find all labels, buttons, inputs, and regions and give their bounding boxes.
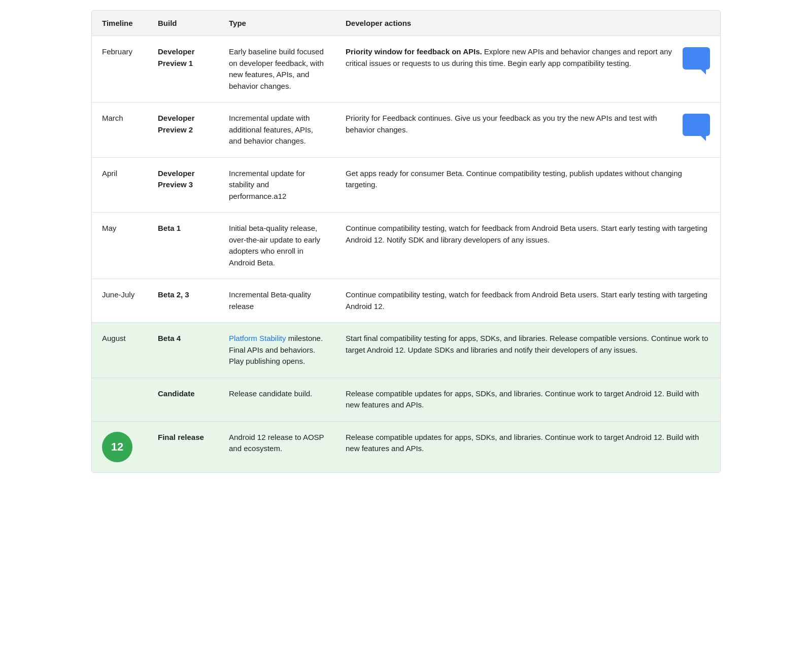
build-label: Beta 4 <box>158 334 181 342</box>
actions-container: Continue compatibility testing, watch fo… <box>346 289 710 312</box>
build-label: Beta 2, 3 <box>158 290 189 299</box>
cell-actions: Priority window for feedback on APIs. Ex… <box>335 36 720 102</box>
table-header-row: Timeline Build Type Developer actions <box>92 11 720 36</box>
build-label: Beta 1 <box>158 224 181 232</box>
actions-text: Continue compatibility testing, watch fo… <box>346 289 710 312</box>
table-row: MarchDeveloper Preview 2Incremental upda… <box>92 102 720 158</box>
cell-actions: Release compatible updates for apps, SDK… <box>335 378 720 421</box>
cell-build: Beta 4 <box>148 323 219 378</box>
table-row: AprilDeveloper Preview 3Incremental upda… <box>92 157 720 213</box>
cell-type: Early baseline build focused on develope… <box>219 36 335 102</box>
cell-timeline <box>92 378 148 421</box>
cell-actions: Priority for Feedback continues. Give us… <box>335 102 720 158</box>
table-row: FebruaryDeveloper Preview 1Early baselin… <box>92 36 720 102</box>
cell-actions: Release compatible updates for apps, SDK… <box>335 421 720 472</box>
cell-type: Android 12 release to AOSP and ecosystem… <box>219 421 335 472</box>
actions-text: Start final compatibility testing for ap… <box>346 333 710 356</box>
header-type: Type <box>219 11 335 36</box>
cell-build: Final release <box>148 421 219 472</box>
cell-build: Developer Preview 1 <box>148 36 219 102</box>
actions-container: Priority window for feedback on APIs. Ex… <box>346 46 710 70</box>
cell-timeline: March <box>92 102 148 158</box>
table-row: 12Final releaseAndroid 12 release to AOS… <box>92 421 720 472</box>
cell-timeline: 12 <box>92 421 148 472</box>
cell-build: Beta 2, 3 <box>148 279 219 323</box>
table-row: AugustBeta 4Platform Stability milestone… <box>92 323 720 378</box>
android-badge: 12 <box>102 432 132 462</box>
actions-container: Start final compatibility testing for ap… <box>346 333 710 356</box>
build-label: Developer Preview 3 <box>158 169 195 189</box>
cell-type: Incremental Beta-quality release <box>219 279 335 323</box>
actions-container: Continue compatibility testing, watch fo… <box>346 223 710 246</box>
timeline-table-container: Timeline Build Type Developer actions Fe… <box>91 10 721 473</box>
chat-bubble-icon <box>683 47 710 70</box>
actions-text: Release compatible updates for apps, SDK… <box>346 432 710 455</box>
actions-text: Priority window for feedback on APIs. Ex… <box>346 46 676 69</box>
actions-text: Continue compatibility testing, watch fo… <box>346 223 710 246</box>
table-row: June-JulyBeta 2, 3Incremental Beta-quali… <box>92 279 720 323</box>
cell-type: Incremental update with additional featu… <box>219 102 335 158</box>
cell-build: Beta 1 <box>148 213 219 279</box>
cell-actions: Continue compatibility testing, watch fo… <box>335 213 720 279</box>
actions-text: Release compatible updates for apps, SDK… <box>346 388 710 411</box>
table-row: CandidateRelease candidate build.Release… <box>92 378 720 421</box>
cell-timeline: April <box>92 157 148 213</box>
actions-container: Release compatible updates for apps, SDK… <box>346 432 710 455</box>
cell-type: Platform Stability milestone. Final APIs… <box>219 323 335 378</box>
build-label: Final release <box>158 433 204 441</box>
cell-type: Release candidate build. <box>219 378 335 421</box>
cell-type: Incremental update for stability and per… <box>219 157 335 213</box>
actions-container: Get apps ready for consumer Beta. Contin… <box>346 168 710 191</box>
cell-actions: Get apps ready for consumer Beta. Contin… <box>335 157 720 213</box>
header-actions: Developer actions <box>335 11 720 36</box>
cell-build: Developer Preview 2 <box>148 102 219 158</box>
build-label: Candidate <box>158 389 195 398</box>
actions-text: Get apps ready for consumer Beta. Contin… <box>346 168 710 191</box>
cell-build: Developer Preview 3 <box>148 157 219 213</box>
actions-container: Release compatible updates for apps, SDK… <box>346 388 710 411</box>
cell-timeline: May <box>92 213 148 279</box>
cell-build: Candidate <box>148 378 219 421</box>
actions-text: Priority for Feedback continues. Give us… <box>346 113 676 135</box>
cell-timeline: August <box>92 323 148 378</box>
header-build: Build <box>148 11 219 36</box>
cell-timeline: February <box>92 36 148 102</box>
cell-actions: Continue compatibility testing, watch fo… <box>335 279 720 323</box>
cell-timeline: June-July <box>92 279 148 323</box>
platform-stability-link[interactable]: Platform Stability <box>229 334 286 342</box>
table-row: MayBeta 1Initial beta-quality release, o… <box>92 213 720 279</box>
timeline-table: Timeline Build Type Developer actions Fe… <box>92 11 720 472</box>
header-timeline: Timeline <box>92 11 148 36</box>
actions-bold-text: Priority window for feedback on APIs. <box>346 47 482 56</box>
cell-actions: Start final compatibility testing for ap… <box>335 323 720 378</box>
actions-container: Priority for Feedback continues. Give us… <box>346 113 710 136</box>
cell-type: Initial beta-quality release, over-the-a… <box>219 213 335 279</box>
build-label: Developer Preview 1 <box>158 47 195 67</box>
build-label: Developer Preview 2 <box>158 114 195 134</box>
chat-bubble-icon <box>683 114 710 136</box>
